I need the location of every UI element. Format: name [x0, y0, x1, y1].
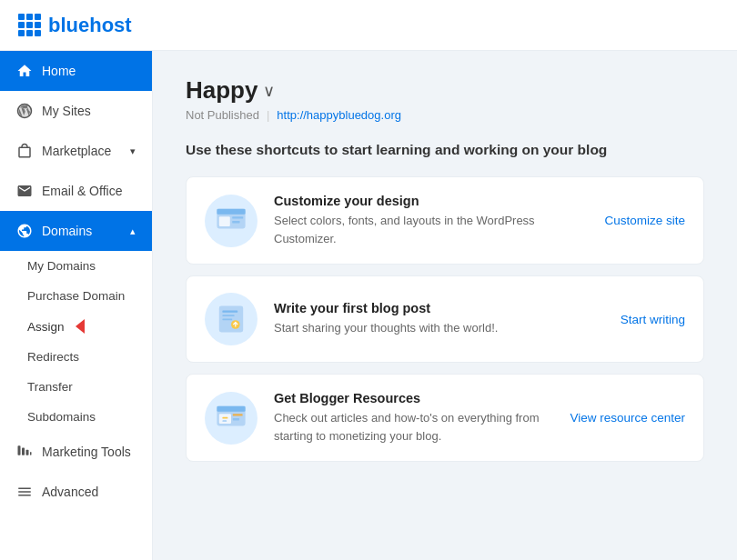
svg-rect-4: [30, 452, 32, 455]
subnav-item-transfer[interactable]: Transfer: [0, 372, 152, 402]
shortcut-title-resources: Get Blogger Resources: [274, 391, 553, 405]
marketplace-icon: [16, 143, 33, 159]
site-subtitle: Not Published | http://happybluedog.org: [186, 108, 704, 122]
svg-rect-9: [232, 221, 239, 223]
sidebar-item-domains-label: Domains: [42, 224, 92, 238]
main-content: Happy ∨ Not Published | http://happyblue…: [153, 51, 737, 560]
sidebar-item-home-label: Home: [42, 64, 76, 78]
subnav-subdomains-label: Subdomains: [27, 410, 96, 424]
svg-rect-11: [222, 310, 237, 312]
shortcut-card-resources: Get Blogger Resources Check out articles…: [186, 374, 704, 462]
subnav-item-purchase-domain[interactable]: Purchase Domain: [0, 281, 152, 311]
home-icon: [16, 63, 33, 79]
marketing-icon: [16, 444, 33, 460]
subnav-item-my-domains[interactable]: My Domains: [0, 251, 152, 281]
shortcut-action-resources[interactable]: View resource center: [570, 411, 685, 425]
blog-post-icon: [205, 293, 257, 345]
assign-arrow-icon: [76, 319, 85, 334]
shortcut-desc-resources: Check out articles and how-to's on every…: [274, 409, 553, 445]
site-title: Happy: [186, 76, 257, 105]
sidebar-item-my-sites-label: My Sites: [42, 104, 91, 118]
marketplace-chevron-icon: ▾: [130, 145, 136, 157]
domains-icon: [16, 223, 33, 239]
sidebar-item-marketplace-label: Marketplace: [42, 144, 111, 158]
svg-rect-16: [217, 405, 245, 411]
svg-rect-21: [233, 418, 239, 420]
sidebar-item-marketing-tools[interactable]: Marketing Tools: [0, 432, 152, 472]
shortcut-desc-customize: Select colors, fonts, and layouts in the…: [274, 212, 588, 247]
svg-rect-19: [222, 420, 227, 421]
shortcut-content-customize: Customize your design Select colors, fon…: [274, 194, 588, 247]
topbar: bluehost: [0, 0, 737, 51]
sidebar-item-email-office-label: Email & Office: [42, 184, 122, 198]
subnav-redirects-label: Redirects: [27, 350, 79, 364]
subnav-item-redirects[interactable]: Redirects: [0, 342, 152, 372]
shortcut-title-blog-post: Write your first blog post: [274, 301, 604, 315]
sidebar-item-domains[interactable]: Domains ▴: [0, 211, 152, 251]
subnav-my-domains-label: My Domains: [27, 259, 96, 273]
sidebar-item-my-sites[interactable]: My Sites: [0, 91, 152, 131]
svg-rect-17: [219, 414, 231, 424]
domains-chevron-icon: ▴: [130, 225, 136, 237]
site-url-link[interactable]: http://happybluedog.org: [277, 108, 401, 122]
shortcut-desc-blog-post: Start sharing your thoughts with the wor…: [274, 319, 604, 337]
site-title-chevron-icon[interactable]: ∨: [263, 81, 275, 101]
subnav-transfer-label: Transfer: [27, 380, 73, 394]
sidebar-item-advanced[interactable]: Advanced: [0, 472, 152, 512]
svg-rect-1: [18, 445, 21, 455]
sidebar: Home My Sites Marketplace ▾ Email & Offi…: [0, 51, 153, 560]
layout: Home My Sites Marketplace ▾ Email & Offi…: [0, 51, 737, 560]
sidebar-item-home[interactable]: Home: [0, 51, 152, 91]
svg-rect-3: [26, 450, 29, 455]
domains-subnav: My Domains Purchase Domain Assign Redire…: [0, 251, 152, 432]
svg-rect-12: [222, 315, 234, 316]
svg-rect-18: [222, 416, 227, 418]
customize-icon: [205, 195, 257, 247]
subnav-purchase-domain-label: Purchase Domain: [27, 289, 125, 303]
sidebar-item-marketplace[interactable]: Marketplace ▾: [0, 131, 152, 171]
svg-rect-6: [217, 208, 245, 214]
shortcut-card-customize: Customize your design Select colors, fon…: [186, 176, 704, 265]
shortcut-action-blog-post[interactable]: Start writing: [621, 313, 685, 326]
email-icon: [16, 183, 33, 199]
shortcut-content-resources: Get Blogger Resources Check out articles…: [274, 391, 553, 445]
subnav-assign-label: Assign: [27, 320, 65, 334]
shortcut-title-customize: Customize your design: [274, 194, 588, 208]
subnav-item-assign[interactable]: Assign: [0, 311, 152, 342]
logo-grid-icon: [18, 14, 41, 36]
svg-rect-20: [233, 414, 243, 415]
logo-text: bluehost: [48, 14, 132, 37]
sidebar-item-marketing-tools-label: Marketing Tools: [42, 445, 131, 459]
wordpress-icon: [16, 103, 33, 119]
sidebar-item-email-office[interactable]: Email & Office: [0, 171, 152, 211]
svg-rect-13: [222, 318, 232, 320]
svg-rect-8: [232, 216, 243, 218]
svg-rect-7: [219, 216, 230, 226]
advanced-icon: [16, 484, 33, 500]
shortcut-content-blog-post: Write your first blog post Start sharing…: [274, 301, 604, 337]
site-title-row: Happy ∨: [186, 76, 704, 105]
site-status: Not Published: [186, 108, 259, 122]
logo-area: bluehost: [18, 14, 132, 37]
svg-rect-2: [22, 448, 25, 455]
sidebar-item-advanced-label: Advanced: [42, 485, 98, 499]
subnav-item-subdomains[interactable]: Subdomains: [0, 402, 152, 432]
subtitle-divider: |: [267, 108, 269, 122]
resources-icon: [205, 392, 257, 445]
shortcuts-heading: Use these shortcuts to start learning an…: [186, 142, 704, 158]
shortcut-card-blog-post: Write your first blog post Start sharing…: [186, 275, 704, 363]
shortcut-action-customize[interactable]: Customize site: [604, 214, 685, 227]
